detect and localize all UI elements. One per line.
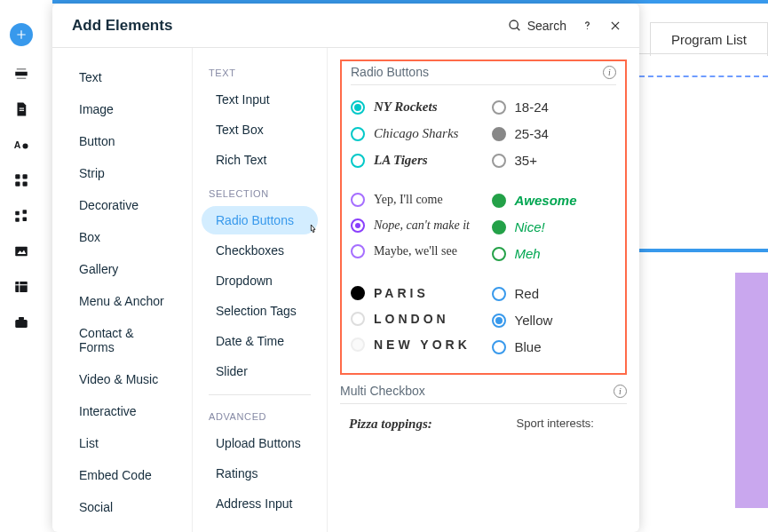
svg-text:A: A [14, 139, 21, 150]
add-elements-button[interactable] [10, 23, 33, 46]
radio-preset-cities[interactable]: PARIS [351, 286, 476, 300]
svg-rect-0 [15, 72, 28, 76]
page-icon[interactable] [13, 101, 29, 117]
sub-item[interactable]: Selection Tags [202, 297, 318, 325]
radio-preset-teams[interactable]: Chicago Sharks [351, 126, 476, 141]
multi-preset-pizza[interactable]: Pizza toppings: [349, 417, 476, 432]
svg-rect-14 [23, 218, 28, 222]
svg-rect-2 [17, 78, 27, 80]
section-title-radio: Radio Buttons [351, 65, 429, 79]
sub-heading-selection: SELECTION [193, 181, 327, 206]
section-title-multi: Multi Checkbox [340, 384, 425, 398]
sub-item[interactable]: Dropdown [202, 266, 318, 295]
svg-rect-10 [23, 182, 28, 187]
svg-rect-4 [20, 110, 24, 111]
category-item[interactable]: Menu & Anchor [61, 287, 183, 315]
sub-item[interactable]: Slider [202, 357, 318, 385]
close-button[interactable] [607, 18, 623, 34]
svg-rect-17 [15, 282, 28, 292]
svg-rect-20 [15, 320, 28, 328]
svg-rect-12 [23, 210, 28, 214]
svg-rect-7 [15, 174, 20, 179]
canvas-element[interactable] [735, 273, 768, 508]
plus-icon [15, 28, 28, 41]
sections-icon[interactable] [13, 66, 29, 82]
multi-preset-sport[interactable]: Sport interests: [517, 417, 628, 430]
radio-preset-colors[interactable]: Blue [492, 339, 617, 354]
svg-rect-11 [15, 211, 20, 216]
radio-preset-ages[interactable]: 25-34 [492, 126, 617, 141]
cms-icon[interactable] [13, 279, 29, 295]
svg-point-22 [510, 20, 518, 28]
category-item[interactable]: Text [61, 63, 183, 91]
sub-item[interactable]: Rich Text [202, 146, 318, 174]
radio-preset-mood[interactable]: Nice! [492, 219, 617, 234]
category-item[interactable]: Strip [61, 159, 183, 187]
sub-heading-text: TEXT [193, 60, 327, 85]
svg-rect-1 [17, 68, 27, 70]
info-icon[interactable]: i [614, 385, 627, 398]
svg-rect-9 [15, 182, 20, 187]
radio-preset-colors[interactable]: Red [492, 286, 617, 301]
sub-item[interactable]: Radio Buttons [202, 206, 318, 234]
radio-preset-cities[interactable]: NEW YORK [351, 337, 476, 352]
svg-rect-15 [15, 247, 28, 257]
sub-item[interactable]: Ratings [202, 459, 318, 488]
close-icon [609, 20, 622, 32]
svg-point-6 [23, 144, 28, 149]
category-item[interactable]: Image [61, 95, 183, 123]
radio-preset-mood[interactable]: Awesome [492, 193, 617, 208]
info-icon[interactable]: i [603, 66, 616, 79]
svg-point-24 [586, 28, 587, 29]
pointer-cursor-icon [306, 222, 321, 238]
plugins-icon[interactable] [13, 208, 29, 224]
category-item[interactable]: Box [61, 223, 183, 251]
category-item[interactable]: Payments [61, 525, 183, 532]
theme-icon[interactable]: A [13, 137, 29, 153]
svg-rect-13 [15, 218, 20, 222]
svg-rect-3 [20, 108, 24, 109]
help-icon [581, 19, 594, 32]
radio-preset-teams[interactable]: LA Tigers [351, 153, 476, 168]
sub-heading-advanced: ADVANCED [193, 404, 327, 429]
tab-program-list[interactable]: Program List [650, 22, 768, 56]
sub-item[interactable]: Checkboxes [202, 236, 318, 265]
category-item[interactable]: Video & Music [61, 365, 183, 393]
radio-preset-mood[interactable]: Meh [492, 246, 617, 261]
sub-item[interactable]: Text Box [202, 115, 318, 144]
category-item[interactable]: Social [61, 493, 183, 521]
category-item[interactable]: Button [61, 127, 183, 155]
radio-preset-colors[interactable]: Yellow [492, 313, 617, 328]
radio-preset-ages[interactable]: 35+ [492, 153, 617, 168]
radio-preset-rsvp[interactable]: Yep, I'll come [351, 193, 476, 207]
help-button[interactable] [579, 18, 595, 34]
category-item[interactable]: Embed Code [61, 461, 183, 489]
radio-preset-teams[interactable]: NY Rockets [351, 99, 476, 115]
sub-item[interactable]: Date & Time [202, 327, 318, 355]
add-elements-panel: Add Elements Search TextImageButtonStrip… [52, 4, 639, 532]
radio-buttons-highlight: Radio Buttons i NY Rockets Chicago Shark… [340, 60, 627, 375]
radio-preset-cities[interactable]: LONDON [351, 312, 476, 326]
sub-item[interactable]: Address Input [202, 489, 318, 518]
business-icon[interactable] [13, 314, 29, 330]
radio-preset-rsvp[interactable]: Maybe, we'll see [351, 244, 476, 258]
media-icon[interactable] [13, 243, 29, 259]
radio-preset-ages[interactable]: 18-24 [492, 99, 617, 115]
svg-rect-21 [19, 317, 24, 320]
radio-preset-rsvp[interactable]: Nope, can't make it [351, 218, 476, 233]
category-item[interactable]: Contact & Forms [61, 319, 183, 361]
svg-rect-8 [23, 174, 28, 179]
svg-line-23 [517, 28, 519, 30]
panel-title: Add Elements [72, 17, 508, 35]
sub-item[interactable]: Upload Buttons [202, 429, 318, 457]
search-button[interactable]: Search [508, 19, 566, 33]
apps-icon[interactable] [13, 172, 29, 188]
category-item[interactable]: Decorative [61, 191, 183, 219]
category-item[interactable]: Gallery [61, 255, 183, 283]
search-icon [508, 19, 522, 33]
category-item[interactable]: List [61, 429, 183, 457]
category-item[interactable]: Interactive [61, 397, 183, 425]
sub-item[interactable]: Text Input [202, 85, 318, 114]
